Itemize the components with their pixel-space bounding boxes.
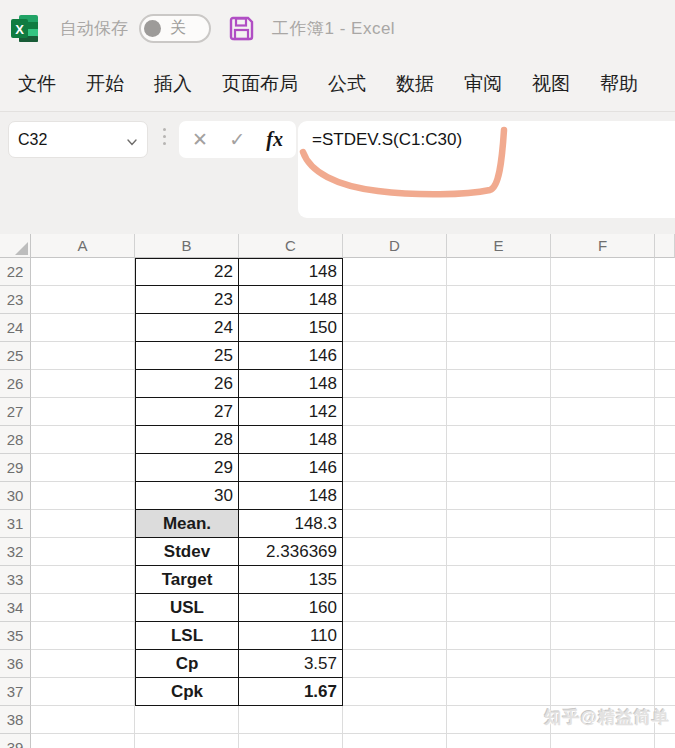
row-header-28[interactable]: 28 <box>0 426 31 454</box>
cell-D39[interactable] <box>343 734 447 748</box>
cell-D28[interactable] <box>343 426 447 454</box>
cell-F37[interactable] <box>551 678 655 706</box>
cancel-icon[interactable]: ✕ <box>192 130 208 149</box>
cell-D26[interactable] <box>343 370 447 398</box>
cell-F26[interactable] <box>551 370 655 398</box>
row-header-39[interactable]: 39 <box>0 734 31 748</box>
cell-D31[interactable] <box>343 510 447 538</box>
cell-F31[interactable] <box>551 510 655 538</box>
cell-E38[interactable] <box>447 706 551 734</box>
cell-A25[interactable] <box>31 342 135 370</box>
column-header-C[interactable]: C <box>239 234 343 258</box>
insert-function-icon[interactable]: fx <box>266 128 283 151</box>
cell-X31[interactable] <box>655 510 675 538</box>
cell-F27[interactable] <box>551 398 655 426</box>
cell-D22[interactable] <box>343 258 447 286</box>
cell-C30[interactable]: 148 <box>239 482 343 510</box>
cell-B27[interactable]: 27 <box>135 398 239 426</box>
column-header-F[interactable]: F <box>551 234 655 258</box>
cell-E25[interactable] <box>447 342 551 370</box>
cell-E27[interactable] <box>447 398 551 426</box>
cell-E22[interactable] <box>447 258 551 286</box>
cell-A37[interactable] <box>31 678 135 706</box>
cell-C31[interactable]: 148.3 <box>239 510 343 538</box>
select-all-button[interactable] <box>0 234 31 258</box>
cell-B28[interactable]: 28 <box>135 426 239 454</box>
cell-B22[interactable]: 22 <box>135 258 239 286</box>
cell-X30[interactable] <box>655 482 675 510</box>
cell-X32[interactable] <box>655 538 675 566</box>
cell-E29[interactable] <box>447 454 551 482</box>
cell-C34[interactable]: 160 <box>239 594 343 622</box>
cell-X33[interactable] <box>655 566 675 594</box>
cell-F23[interactable] <box>551 286 655 314</box>
cell-D38[interactable] <box>343 706 447 734</box>
cell-F35[interactable] <box>551 622 655 650</box>
cell-E24[interactable] <box>447 314 551 342</box>
cell-C29[interactable]: 146 <box>239 454 343 482</box>
cell-F30[interactable] <box>551 482 655 510</box>
cell-D23[interactable] <box>343 286 447 314</box>
cell-B34[interactable]: USL <box>135 594 239 622</box>
cell-D36[interactable] <box>343 650 447 678</box>
cell-C39[interactable] <box>239 734 343 748</box>
row-header-22[interactable]: 22 <box>0 258 31 286</box>
cell-C27[interactable]: 142 <box>239 398 343 426</box>
formula-bar-input[interactable]: =STDEV.S(C1:C30) <box>298 121 675 218</box>
cell-B35[interactable]: LSL <box>135 622 239 650</box>
cell-D27[interactable] <box>343 398 447 426</box>
cell-D30[interactable] <box>343 482 447 510</box>
menu-tab-help[interactable]: 帮助 <box>600 71 638 97</box>
cell-F24[interactable] <box>551 314 655 342</box>
cell-E23[interactable] <box>447 286 551 314</box>
cell-C23[interactable]: 148 <box>239 286 343 314</box>
cell-A26[interactable] <box>31 370 135 398</box>
row-header-26[interactable]: 26 <box>0 370 31 398</box>
cell-X35[interactable] <box>655 622 675 650</box>
cell-C35[interactable]: 110 <box>239 622 343 650</box>
cell-X26[interactable] <box>655 370 675 398</box>
enter-icon[interactable]: ✓ <box>229 130 245 149</box>
cell-A24[interactable] <box>31 314 135 342</box>
menu-tab-review[interactable]: 审阅 <box>464 71 502 97</box>
menu-tab-formulas[interactable]: 公式 <box>328 71 366 97</box>
row-header-24[interactable]: 24 <box>0 314 31 342</box>
cell-B24[interactable]: 24 <box>135 314 239 342</box>
menu-tab-file[interactable]: 文件 <box>18 71 56 97</box>
cell-A23[interactable] <box>31 286 135 314</box>
cell-F32[interactable] <box>551 538 655 566</box>
menu-tab-insert[interactable]: 插入 <box>154 71 192 97</box>
cell-F33[interactable] <box>551 566 655 594</box>
cell-X37[interactable] <box>655 678 675 706</box>
cell-C33[interactable]: 135 <box>239 566 343 594</box>
cell-X28[interactable] <box>655 426 675 454</box>
cell-F28[interactable] <box>551 426 655 454</box>
row-header-36[interactable]: 36 <box>0 650 31 678</box>
cell-E35[interactable] <box>447 622 551 650</box>
cell-B30[interactable]: 30 <box>135 482 239 510</box>
cell-A39[interactable] <box>31 734 135 748</box>
name-box[interactable]: C32 <box>8 121 148 158</box>
cell-A32[interactable] <box>31 538 135 566</box>
cell-F36[interactable] <box>551 650 655 678</box>
cell-X27[interactable] <box>655 398 675 426</box>
row-header-29[interactable]: 29 <box>0 454 31 482</box>
cell-B26[interactable]: 26 <box>135 370 239 398</box>
cell-D35[interactable] <box>343 622 447 650</box>
cell-B37[interactable]: Cpk <box>135 678 239 706</box>
row-header-27[interactable]: 27 <box>0 398 31 426</box>
row-header-37[interactable]: 37 <box>0 678 31 706</box>
row-header-33[interactable]: 33 <box>0 566 31 594</box>
cell-A35[interactable] <box>31 622 135 650</box>
menu-tab-page-layout[interactable]: 页面布局 <box>222 71 298 97</box>
cell-B32[interactable]: Stdev <box>135 538 239 566</box>
cell-D34[interactable] <box>343 594 447 622</box>
cell-B31[interactable]: Mean. <box>135 510 239 538</box>
cell-C38[interactable] <box>239 706 343 734</box>
cell-C28[interactable]: 148 <box>239 426 343 454</box>
cell-C36[interactable]: 3.57 <box>239 650 343 678</box>
cell-E26[interactable] <box>447 370 551 398</box>
cell-F34[interactable] <box>551 594 655 622</box>
row-header-23[interactable]: 23 <box>0 286 31 314</box>
cell-C26[interactable]: 148 <box>239 370 343 398</box>
